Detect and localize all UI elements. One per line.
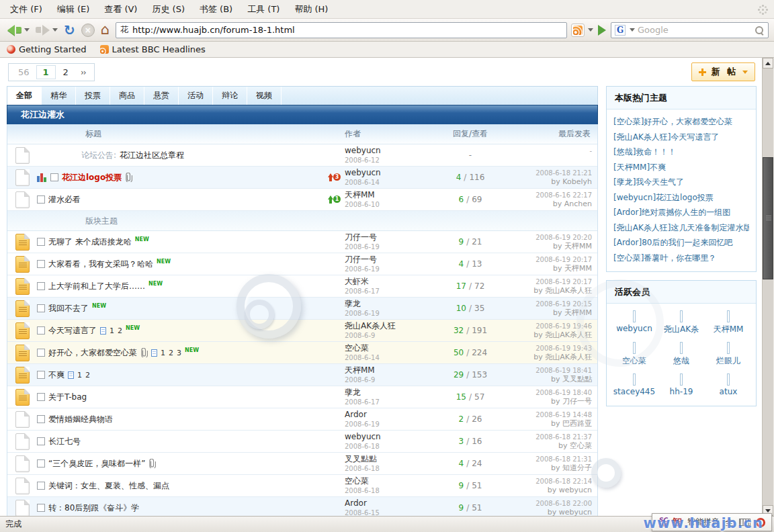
avatar[interactable] [633,342,636,354]
thread-title-link[interactable]: 花江边logo投票 [62,172,122,183]
menu-history[interactable]: 历史 (S) [144,0,192,19]
lastpost-author-link[interactable]: by Anchen [510,200,592,208]
col-title[interactable]: 标题 [7,128,345,140]
page-2-link[interactable]: 2 [57,66,75,79]
thread-checkbox[interactable] [37,349,45,357]
lastpost-author-link[interactable]: by 知道分子 [510,463,592,472]
page-link[interactable]: 1 [77,371,82,380]
menu-file[interactable]: 文件 (F) [3,0,50,19]
thread-checkbox[interactable] [37,260,45,268]
menu-bookmarks[interactable]: 书签 (B) [192,0,240,19]
scrollbar-thumb[interactable] [763,157,773,279]
thread-title-link[interactable]: 好开心，大家都爱空心菜 [48,347,137,359]
hot-topic-link[interactable]: [空心菜]番薯叶，你在哪里？ [613,251,749,266]
member-name-link[interactable]: 烂眼儿 [706,355,750,367]
bookmark-getting-started[interactable]: Getting Started [7,44,87,54]
stop-button[interactable]: × [79,22,97,38]
menu-tools[interactable]: 工具 (T) [240,0,287,19]
lastpost-author-link[interactable]: by webyucn [510,486,592,494]
thread-checkbox[interactable] [37,504,45,512]
search-icon[interactable] [754,25,765,36]
thread-title-link[interactable]: 灌水必看 [48,194,81,206]
thread-title-link[interactable]: 今天写遗言了 [48,325,97,337]
url-dropdown-icon[interactable] [588,28,593,32]
member-name-link[interactable]: stacey445 [612,387,656,396]
member-name-link[interactable]: 尧山AK杀 [659,324,703,335]
home-button[interactable]: ⌂ [99,21,112,38]
hot-topic-link[interactable]: [悠哉]救命！！！ [613,144,749,160]
new-post-button[interactable]: 新 帖 [691,62,755,81]
avatar[interactable] [727,373,730,386]
tab-all[interactable]: 全部 [7,87,42,105]
author-link[interactable]: 空心菜 [345,476,431,486]
bookmark-bbc-headlines[interactable]: Latest BBC Headlines [100,44,206,54]
thread-checkbox[interactable] [37,238,45,246]
author-link[interactable]: 刀仔一号 [345,255,431,265]
keyboard-icon[interactable] [739,519,750,526]
thread-checkbox[interactable] [50,173,58,181]
member-name-link[interactable]: 天枰MM [706,324,750,335]
hot-topic-link[interactable]: [Ardor]80后的我们一起来回忆吧 [613,235,749,251]
next-page-link[interactable]: ›› [76,66,91,79]
page-link[interactable]: 2 [118,326,122,335]
lastpost-author-link[interactable]: by 天枰MM [510,264,592,273]
page-link[interactable]: 3 [177,349,181,357]
thread-title-link[interactable]: 关键词：女生、夏装、性感、漏点 [48,480,169,492]
fullwidth-toggle[interactable]: 全 [725,517,734,529]
ime-toolbar[interactable]: SCIM 智 智能拼音 全 [652,513,772,531]
scim-logo-icon[interactable]: SCIM [658,517,667,528]
hot-topic-link[interactable]: [天枰MM]不爽 [613,160,749,175]
ime-engine-icon[interactable]: 智 [673,517,682,529]
announcement-link[interactable]: 花江边社区总章程 [120,150,184,161]
page-link[interactable]: 2 [169,349,173,357]
author-link[interactable]: 天枰MM [345,365,431,375]
hot-topic-link[interactable]: [webyucn]花江边logo投票 [613,190,749,206]
lastpost-author-link[interactable]: by 尧山AK杀人狂 [510,286,592,295]
author-link[interactable]: 尧山AK杀人狂 [345,321,431,331]
avatar[interactable] [680,310,683,322]
thread-title-link[interactable]: 上大学前和上了大学后…… [48,281,145,292]
thread-title-link[interactable]: 爱情婚姻经典物语 [48,414,113,425]
lastpost-author-link[interactable]: by 尧山AK杀人狂 [510,353,592,361]
hot-topic-link[interactable]: [空心菜]好开心，大家都爱空心菜 [613,114,749,130]
lastpost-author-link[interactable]: by 尧山AK杀人狂 [510,330,592,339]
author-link[interactable]: Ardor [345,410,431,420]
rss-feed-button[interactable] [571,24,585,37]
thread-checkbox[interactable] [37,459,45,468]
engine-dropdown-icon[interactable] [630,28,635,32]
thread-checkbox[interactable] [37,482,45,490]
hot-topic-link[interactable]: [尧山AK杀人狂]今天写遗言了 [613,130,749,145]
ime-help-icon[interactable] [756,518,765,527]
author-link[interactable]: 大虾米 [345,277,431,287]
lastpost-author-link[interactable]: by 刀仔一号 [510,397,592,406]
lastpost-author-link[interactable]: by webyucn [510,508,592,516]
lastpost-author-link[interactable]: by 天枰MM [510,242,592,251]
menu-help[interactable]: 帮助 (H) [287,0,335,19]
member-name-link[interactable]: 空心菜 [612,355,656,367]
tab-digest[interactable]: 精华 [42,87,76,105]
go-button[interactable] [598,25,606,36]
lastpost-author-link[interactable]: by Kobelyh [510,177,592,186]
ime-name-label[interactable]: 智能拼音 [687,517,720,528]
thread-title-link[interactable]: 我回不去了 [48,303,89,314]
thread-title-link[interactable]: 长江七号 [48,436,81,447]
avatar[interactable] [633,373,636,386]
google-engine-icon[interactable]: G [615,25,626,36]
thread-title-link[interactable]: “三个臭皮匠，臭味都一样” [48,458,145,470]
thread-checkbox[interactable] [37,437,45,445]
member-name-link[interactable]: 悠哉 [659,355,703,367]
author-link[interactable]: Ardor [345,498,431,508]
lastpost-author-link[interactable]: by 天枰MM [510,308,592,317]
tab-debate[interactable]: 辩论 [213,87,247,105]
url-input[interactable] [132,25,562,35]
avatar[interactable] [727,310,730,322]
page-link[interactable]: 2 [85,371,90,380]
avatar[interactable] [680,373,683,386]
hot-topic-link[interactable]: [孽龙]我今天生气了 [613,175,749,190]
author-link[interactable]: 孽龙 [345,299,431,309]
search-input[interactable] [638,25,751,35]
tab-reward[interactable]: 悬赏 [144,87,179,105]
search-box[interactable]: G [611,22,769,38]
page-link[interactable]: 1 [110,326,114,335]
thread-title-link[interactable]: 不爽 [48,369,64,381]
